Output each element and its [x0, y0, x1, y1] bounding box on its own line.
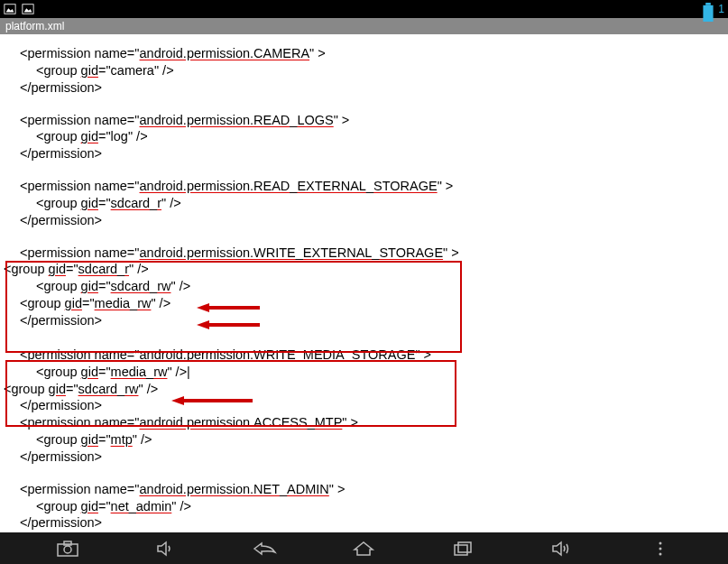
- menu-button[interactable]: [644, 538, 677, 559]
- image-icon: [4, 3, 16, 15]
- svg-rect-17: [458, 542, 471, 552]
- perm-readlogs-group: <group gid="log" />: [4, 128, 728, 145]
- svg-rect-0: [5, 5, 15, 14]
- svg-point-20: [659, 547, 662, 550]
- svg-rect-2: [23, 5, 33, 14]
- android-status-bar: 1: [0, 0, 728, 18]
- perm-readlogs-end: </permission>: [4, 145, 728, 162]
- image-icon: [22, 3, 34, 15]
- screenshot-button[interactable]: [51, 538, 84, 559]
- perm-writemedia-end: </permission>: [4, 397, 728, 414]
- svg-point-19: [659, 541, 662, 544]
- status-time: 1: [718, 3, 724, 15]
- svg-rect-4: [706, 3, 712, 5]
- perm-writeext-end: </permission>: [4, 312, 728, 329]
- perm-netadmin-end: </permission>: [4, 514, 728, 532]
- back-button[interactable]: [249, 538, 281, 559]
- perm-netadmin-group: <group gid="net_admin" />: [4, 498, 728, 515]
- svg-rect-16: [455, 545, 467, 555]
- home-button[interactable]: [347, 538, 380, 559]
- file-content: <permission name="android.permission.CAM…: [0, 34, 728, 532]
- volume-up-button[interactable]: [546, 538, 578, 559]
- status-right: 1: [702, 3, 724, 15]
- perm-camera-group: <group gid="camera" />: [4, 62, 728, 79]
- title-bar: platform.xml: [0, 18, 728, 34]
- perm-writeext-group3: <group gid="media_rw" />: [4, 295, 728, 312]
- perm-writemedia-group2: <group gid="sdcard_rw" />: [4, 381, 728, 398]
- perm-writemedia-open: <permission name="android.permission.WRI…: [4, 347, 728, 364]
- perm-mtp-group: <group gid="mtp" />: [4, 431, 728, 448]
- svg-rect-13: [64, 541, 71, 545]
- svg-rect-5: [704, 5, 714, 22]
- svg-marker-3: [24, 8, 32, 12]
- svg-point-21: [659, 552, 662, 555]
- perm-readext-group: <group gid="sdcard_r" />: [4, 195, 728, 212]
- perm-netadmin-open: <permission name="android.permission.NET…: [4, 481, 728, 498]
- perm-camera-open: <permission name="android.permission.CAM…: [4, 45, 728, 62]
- perm-readext-open: <permission name="android.permission.REA…: [4, 178, 728, 195]
- battery-icon: [702, 3, 714, 15]
- svg-marker-18: [553, 542, 561, 555]
- svg-point-14: [64, 546, 71, 553]
- perm-mtp-open: <permission name="android.permission.ACC…: [4, 414, 728, 431]
- svg-marker-15: [158, 542, 166, 555]
- android-nav-bar: [0, 532, 728, 564]
- perm-writeext-group2: <group gid="sdcard_rw" />: [4, 278, 728, 295]
- status-left: [4, 3, 34, 15]
- volume-down-button[interactable]: [150, 538, 182, 559]
- perm-writeext-group1: <group gid="sdcard_r" />: [4, 261, 728, 278]
- perm-writemedia-group1: <group gid="media_rw" />|: [4, 364, 728, 381]
- perm-readext-end: </permission>: [4, 212, 728, 229]
- perm-mtp-end: </permission>: [4, 448, 728, 466]
- svg-marker-1: [6, 8, 14, 12]
- window-title: platform.xml: [5, 20, 64, 32]
- recent-apps-button[interactable]: [447, 538, 479, 559]
- perm-camera-end: </permission>: [4, 79, 728, 97]
- perm-writeext-open: <permission name="android.permission.WRI…: [4, 245, 728, 262]
- perm-readlogs-open: <permission name="android.permission.REA…: [4, 112, 728, 129]
